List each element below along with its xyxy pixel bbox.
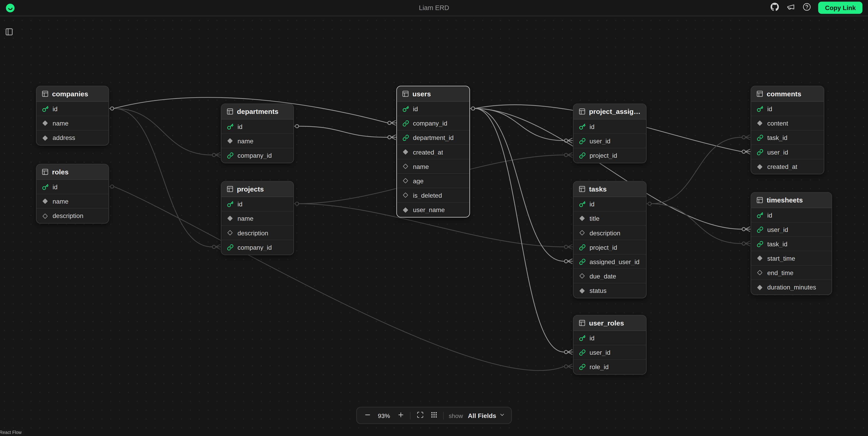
- table-header[interactable]: project_assignments: [574, 104, 646, 120]
- table-row[interactable]: project_id: [574, 240, 646, 254]
- table-row[interactable]: id: [751, 102, 824, 116]
- table-user_roles[interactable]: user_rolesiduser_idrole_id: [573, 315, 647, 375]
- zoom-out-button[interactable]: [363, 411, 372, 420]
- react-flow-attribution[interactable]: React Flow: [0, 430, 24, 436]
- table-projects[interactable]: projectsidnamedescriptioncompany_id: [221, 181, 294, 255]
- table-row[interactable]: department_id: [397, 131, 470, 145]
- table-header[interactable]: comments: [751, 86, 824, 102]
- key-icon: [226, 123, 234, 130]
- table-row[interactable]: id: [36, 180, 108, 194]
- table-row[interactable]: id: [574, 331, 646, 345]
- table-row[interactable]: description: [221, 226, 293, 240]
- field-name: start_time: [767, 255, 795, 261]
- field-name: status: [589, 287, 607, 294]
- table-row[interactable]: company_id: [221, 240, 293, 254]
- key-icon: [579, 200, 586, 208]
- table-row[interactable]: description: [36, 209, 108, 223]
- field-name: company_id: [238, 244, 272, 251]
- field-name: created_at: [767, 163, 798, 170]
- link-icon: [756, 226, 764, 233]
- help-button[interactable]: [802, 3, 811, 12]
- table-row[interactable]: task_id: [751, 237, 832, 251]
- field-name: user_id: [589, 349, 610, 356]
- table-companies[interactable]: companiesidnameaddress: [36, 86, 109, 146]
- table-row[interactable]: id: [221, 197, 293, 211]
- table-header[interactable]: timesheets: [751, 193, 832, 208]
- liam-logo[interactable]: [5, 3, 15, 12]
- table-row[interactable]: company_id: [397, 116, 470, 131]
- announcements-button[interactable]: [786, 3, 795, 12]
- github-button[interactable]: [770, 3, 779, 12]
- link-icon: [756, 148, 764, 156]
- link-icon: [226, 244, 234, 251]
- table-header[interactable]: tasks: [574, 182, 646, 197]
- megaphone-icon: [786, 3, 795, 13]
- table-row[interactable]: content: [751, 116, 824, 131]
- diamond-filled-icon: [402, 148, 409, 156]
- table-row[interactable]: duration_minutes: [751, 280, 832, 294]
- table-row[interactable]: task_id: [751, 131, 824, 145]
- table-row[interactable]: is_deleted: [397, 188, 470, 203]
- tidy-up-button[interactable]: [429, 411, 438, 420]
- chevron-down-icon: [499, 412, 505, 419]
- table-tasks[interactable]: tasksidtitledescriptionproject_idassigne…: [573, 181, 647, 298]
- table-header[interactable]: companies: [36, 86, 108, 102]
- table-row[interactable]: id: [751, 208, 832, 223]
- fit-view-button[interactable]: [415, 411, 425, 420]
- table-row[interactable]: description: [574, 226, 646, 240]
- fields-filter-dropdown[interactable]: All Fields: [468, 412, 505, 419]
- table-row[interactable]: user_name: [397, 203, 470, 217]
- table-row[interactable]: user_id: [574, 345, 646, 360]
- field-name: duration_minutes: [767, 284, 816, 290]
- table-row[interactable]: created_at: [751, 159, 824, 174]
- table-row[interactable]: assigned_user_id: [574, 254, 646, 269]
- table-row[interactable]: name: [221, 134, 293, 148]
- table-timesheets[interactable]: timesheetsiduser_idtask_idstart_timeend_…: [751, 192, 832, 295]
- table-row[interactable]: name: [397, 159, 470, 174]
- table-row[interactable]: name: [221, 211, 293, 226]
- table-row[interactable]: id: [574, 197, 646, 211]
- table-header[interactable]: user_roles: [574, 315, 646, 331]
- table-row[interactable]: company_id: [221, 148, 293, 163]
- table-roles[interactable]: rolesidnamedescription: [36, 164, 109, 224]
- copy-link-button[interactable]: Copy Link: [818, 2, 863, 14]
- table-row[interactable]: id: [36, 102, 108, 116]
- table-row[interactable]: end_time: [751, 266, 832, 280]
- erd-canvas[interactable]: [0, 16, 868, 436]
- table-row[interactable]: user_id: [751, 145, 824, 159]
- table-row[interactable]: id: [397, 102, 470, 116]
- maximize-icon: [416, 411, 424, 420]
- table-header[interactable]: departments: [221, 104, 293, 120]
- table-row[interactable]: due_date: [574, 269, 646, 283]
- table-row[interactable]: start_time: [751, 251, 832, 266]
- table-project_assignments[interactable]: project_assignmentsiduser_idproject_id: [573, 103, 647, 163]
- table-row[interactable]: project_id: [574, 148, 646, 163]
- link-icon: [402, 120, 409, 127]
- field-name: id: [238, 123, 243, 130]
- table-row[interactable]: id: [221, 120, 293, 134]
- table-comments[interactable]: commentsidcontenttask_iduser_idcreated_a…: [751, 86, 824, 175]
- zoom-in-button[interactable]: [396, 411, 405, 420]
- table-header[interactable]: projects: [221, 182, 293, 197]
- table-row[interactable]: address: [36, 131, 108, 145]
- table-name: users: [412, 90, 431, 98]
- table-row[interactable]: age: [397, 174, 470, 188]
- table-row[interactable]: status: [574, 283, 646, 298]
- table-row[interactable]: user_id: [751, 223, 832, 237]
- zoom-toolbar: 93% show All Fields: [356, 407, 512, 424]
- table-row[interactable]: title: [574, 211, 646, 226]
- table-row[interactable]: created_at: [397, 145, 470, 159]
- diamond-filled-icon: [756, 120, 764, 127]
- table-row[interactable]: name: [36, 194, 108, 209]
- table-row[interactable]: id: [574, 120, 646, 134]
- table-row[interactable]: user_id: [574, 134, 646, 148]
- table-row[interactable]: role_id: [574, 360, 646, 374]
- table-header[interactable]: roles: [36, 164, 108, 180]
- table-row[interactable]: name: [36, 116, 108, 131]
- field-name: due_date: [589, 273, 616, 279]
- table-header[interactable]: users: [397, 86, 470, 102]
- table-users[interactable]: usersidcompany_iddepartment_idcreated_at…: [396, 86, 470, 218]
- sidebar-toggle-button[interactable]: [4, 28, 13, 36]
- table-name: timesheets: [767, 196, 803, 204]
- table-departments[interactable]: departmentsidnamecompany_id: [221, 103, 294, 163]
